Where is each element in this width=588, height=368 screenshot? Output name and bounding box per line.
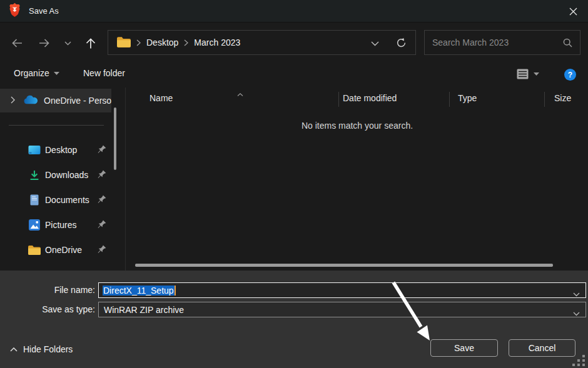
save-as-type-label: Save as type: (0, 304, 95, 314)
folder-icon (117, 36, 131, 49)
up-button[interactable] (81, 35, 100, 51)
organize-button[interactable]: Organize (14, 68, 59, 78)
pictures-icon (28, 219, 41, 231)
close-icon (569, 7, 577, 16)
refresh-button[interactable] (396, 37, 407, 50)
file-name-input[interactable]: DirectX_11_Setup (98, 282, 586, 298)
save-as-type-select[interactable]: WinRAR ZIP archive (98, 302, 586, 317)
sidebar-item-label: Pictures (45, 220, 77, 230)
up-arrow-icon (85, 37, 96, 49)
breadcrumb: Desktop March 2023 (108, 30, 416, 55)
details-view-icon (517, 69, 529, 79)
pin-icon (98, 195, 106, 206)
column-header-name[interactable]: Name (150, 93, 173, 103)
search-box (424, 30, 580, 55)
horizontal-scrollbar[interactable] (135, 264, 553, 267)
recent-locations-button[interactable] (60, 35, 75, 51)
empty-results-message: No items match your search. (126, 121, 588, 131)
sidebar-scrollbar[interactable] (114, 107, 116, 170)
save-as-type-value: WinRAR ZIP archive (104, 305, 184, 315)
sidebar-item-onedrive-folder[interactable]: OneDrive (0, 237, 113, 262)
sidebar-item-label: Documents (45, 195, 89, 205)
column-header-date-modified[interactable]: Date modified (343, 93, 397, 103)
hide-folders-label: Hide Folders (23, 344, 73, 354)
chevron-down-icon[interactable] (573, 289, 580, 299)
chevron-right-icon (136, 39, 141, 46)
sidebar-item-march-2023[interactable]: March 2023 (0, 262, 113, 271)
back-button[interactable] (8, 35, 26, 51)
sidebar-divider (9, 125, 104, 126)
downloads-icon (28, 170, 41, 181)
brave-icon (8, 2, 21, 19)
cancel-button[interactable]: Cancel (509, 339, 575, 357)
save-button[interactable]: Save (430, 339, 498, 357)
text-caret (175, 286, 176, 296)
change-view-button[interactable] (517, 69, 539, 79)
forward-button[interactable] (34, 35, 53, 51)
column-divider[interactable] (544, 92, 545, 107)
chevron-down-icon[interactable] (573, 308, 580, 318)
resize-grip-icon[interactable] (572, 355, 586, 367)
sort-ascending-icon (237, 88, 243, 98)
breadcrumb-item-desktop[interactable]: Desktop (146, 37, 178, 47)
sidebar-item-label: OneDrive (45, 245, 82, 255)
file-name-label: File name: (0, 285, 95, 295)
sidebar-item-desktop[interactable]: Desktop (0, 137, 113, 162)
breadcrumb-item-march-2023[interactable]: March 2023 (194, 37, 240, 47)
documents-icon (28, 194, 41, 206)
sidebar-item-label: Downloads (45, 170, 88, 180)
dropdown-caret-icon (534, 72, 539, 76)
column-divider[interactable] (338, 92, 339, 107)
forward-arrow-icon (38, 37, 50, 49)
new-folder-button[interactable]: New folder (83, 68, 125, 78)
dropdown-caret-icon (54, 72, 59, 75)
column-divider[interactable] (449, 92, 450, 107)
address-dropdown-button[interactable] (371, 38, 379, 48)
title-bar: Save As (0, 0, 588, 22)
onedrive-cloud-icon (24, 95, 38, 106)
sidebar-item-pictures[interactable]: Pictures (0, 212, 113, 237)
sidebar-item-label: Desktop (45, 145, 77, 155)
chevron-down-icon (371, 41, 379, 46)
file-name-value-selected: DirectX_11_Setup (103, 286, 175, 296)
file-list-panel: Name Date modified Type Size No items ma… (125, 87, 588, 271)
sidebar-item-documents[interactable]: Documents (0, 187, 113, 212)
window-title: Save As (29, 6, 59, 16)
pin-icon (98, 245, 106, 256)
close-button[interactable] (564, 3, 582, 19)
column-header-size[interactable]: Size (554, 93, 571, 103)
search-icon[interactable] (563, 38, 572, 49)
question-mark-icon: ? (568, 71, 572, 79)
chevron-up-icon (10, 347, 18, 352)
organize-label: Organize (14, 68, 49, 78)
sidebar-item-onedrive-personal[interactable]: OneDrive - Perso (0, 89, 111, 112)
help-button[interactable]: ? (564, 69, 576, 81)
refresh-icon (396, 37, 407, 48)
back-arrow-icon (11, 37, 23, 49)
navigation-bar: Desktop March 2023 (0, 22, 588, 62)
save-as-dialog: Save As (0, 0, 588, 368)
hide-folders-button[interactable]: Hide Folders (10, 344, 73, 354)
pin-icon (98, 145, 106, 156)
expand-chevron-icon[interactable] (11, 96, 15, 106)
command-toolbar: Organize New folder ? (0, 62, 588, 87)
sidebar-item-downloads[interactable]: Downloads (0, 162, 113, 187)
folder-tree-sidebar: OneDrive - Perso Desktop (0, 87, 124, 271)
pin-icon (98, 220, 106, 231)
chevron-right-icon (184, 39, 188, 46)
save-options-panel: File name: DirectX_11_Setup Save as type… (0, 271, 588, 368)
desktop-icon (28, 145, 41, 155)
folder-icon (28, 245, 41, 255)
search-input[interactable] (432, 31, 557, 54)
pin-icon (98, 170, 106, 181)
column-header-type[interactable]: Type (458, 93, 477, 103)
chevron-down-icon (64, 41, 71, 46)
sidebar-item-label: OneDrive - Perso (44, 96, 111, 106)
